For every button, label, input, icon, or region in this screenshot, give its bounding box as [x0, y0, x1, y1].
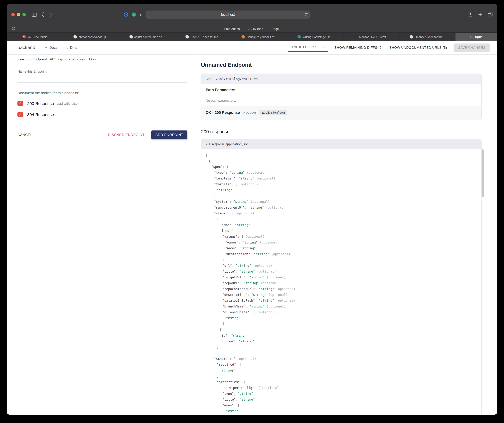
- code-line: "use_viper_config": { (optional): [206, 385, 481, 391]
- show-remaining-diffs-button[interactable]: SHOW REMAINING DIFFS (0): [335, 46, 383, 49]
- form-actions: CANCEL DISCARD ENDPOINT ADD ENDPOINT: [18, 130, 187, 139]
- nav-diffs[interactable]: △ Diffs: [65, 45, 77, 50]
- body-checkbox-row[interactable]: ✓200 Responseapplication/json: [18, 101, 187, 106]
- browser-tab[interactable]: adjust source map de...: [119, 33, 175, 41]
- bookmark-item[interactable]: JSON Blob: [248, 27, 263, 30]
- code-line: "owner": "string" (optional): [206, 240, 481, 246]
- code-line: "destination": "string" (optional): [206, 251, 481, 257]
- browser-tab[interactable]: OpenAPI spec for the...: [175, 33, 231, 41]
- browser-tab[interactable]: ▶YouTube Music: [7, 33, 63, 41]
- add-endpoint-button[interactable]: ADD ENDPOINT: [151, 130, 187, 139]
- browser-tab[interactable]: Writing Backstage Co...: [287, 33, 343, 41]
- minimize-window-button[interactable]: [17, 13, 20, 16]
- bookmark-item[interactable]: Regex: [271, 27, 280, 30]
- new-tab-button[interactable]: [478, 12, 482, 17]
- code-line: "properties": {: [206, 379, 481, 385]
- tab-favicon: [186, 35, 189, 38]
- tab-overview-button[interactable]: [488, 12, 493, 17]
- response-summary-row: OK - 200 Response produces application/j…: [201, 106, 481, 119]
- code-line: }: [206, 327, 481, 333]
- code-line: {: [206, 216, 481, 222]
- browser-tab[interactable]: OpenAPI spec for the...: [400, 33, 456, 41]
- response-heading: 200 response: [201, 129, 481, 135]
- no-path-parameters-text: No path parameters.: [201, 95, 481, 106]
- blocker-extension-icon[interactable]: [124, 12, 128, 17]
- tab-label: Configure your API to...: [246, 35, 277, 38]
- code-line: "targetPath": "string" (optional): [206, 275, 481, 280]
- tab-favicon: [129, 35, 133, 38]
- path-parameters-title: Path Parameters: [201, 84, 481, 95]
- code-line: "title": "string": [206, 397, 481, 403]
- code-line: "type": "string": [206, 391, 481, 397]
- learn-endpoint-form: Name this Endpoint Document the bodies f…: [7, 64, 192, 139]
- close-window-button[interactable]: [11, 13, 15, 16]
- code-line: "enum": [: [206, 403, 481, 408]
- tab-label: OpenAPI spec for the...: [415, 35, 445, 38]
- reload-button[interactable]: [304, 13, 308, 17]
- share-button[interactable]: [468, 12, 473, 17]
- zoom-window-button[interactable]: [23, 13, 26, 16]
- app-title[interactable]: backend: [18, 45, 35, 50]
- browser-tab[interactable]: Configure your API to...: [231, 33, 287, 41]
- cancel-button[interactable]: CANCEL: [18, 133, 32, 137]
- code-line: "templater": "string" (optional): [206, 176, 481, 182]
- browser-tab[interactable]: ahmadnassri/node-gl...: [63, 33, 119, 41]
- browser-tab[interactable]: Monitor Live APIs wit...: [343, 33, 400, 41]
- optic-favicon: B.: [470, 35, 473, 38]
- tab-label: adjust source map de...: [134, 35, 165, 38]
- tab-groups-button[interactable]: [12, 27, 16, 30]
- show-undocumented-urls-button[interactable]: SHOW UNDOCUMENTED URLS (5): [389, 46, 447, 49]
- code-line: ]: [206, 321, 481, 327]
- response-body-content-type: application/json: [57, 101, 79, 106]
- endpoint-docs-panel: Unnamed Endpoint GET /api/catalog/entiti…: [192, 55, 497, 415]
- code-line: "system": "string" (optional): [206, 199, 481, 205]
- code-line: "repoContentsUrl": "string" (optional): [206, 286, 481, 292]
- document-bodies-label: Document the bodies for this endpoint:: [18, 91, 187, 95]
- grammarly-extension-icon[interactable]: G: [132, 12, 136, 17]
- code-line: "string": [206, 187, 481, 193]
- tab-favicon: [297, 35, 301, 38]
- optic-app: backend ≡ Docs △ Diffs 0/0 DIFFS HANDLED…: [7, 41, 497, 415]
- code-line: "description": "string" (optional): [206, 292, 481, 298]
- address-text: localhost: [221, 13, 235, 17]
- diffs-handled-tab[interactable]: 0/0 DIFFS HANDLED: [288, 43, 328, 52]
- code-line: "required": [: [206, 362, 481, 368]
- plus-icon: [478, 12, 482, 17]
- tab-label: Monitor Live APIs wit...: [359, 35, 388, 38]
- address-bar[interactable]: localhost: [145, 10, 311, 19]
- bookmark-item[interactable]: Time Zones: [224, 27, 240, 30]
- app-header-actions: 0/0 DIFFS HANDLED SHOW REMAINING DIFFS (…: [288, 43, 497, 52]
- tabs-icon: [488, 12, 493, 17]
- code-line: "type": "string" (optional): [206, 170, 481, 176]
- learning-endpoint-path: GET /api/catalog/entities: [50, 58, 96, 61]
- checkbox-checked-icon[interactable]: ✓: [18, 101, 23, 106]
- tab-label: ahmadnassri/node-gl...: [78, 35, 108, 38]
- name-endpoint-label: Name this Endpoint: [18, 70, 187, 73]
- code-line: "input": {: [206, 228, 481, 234]
- nav-docs[interactable]: ≡ Docs: [45, 45, 58, 50]
- save-changes-button[interactable]: SAVE CHANGES: [454, 43, 490, 52]
- scrollbar-thumb[interactable]: [482, 149, 484, 197]
- body-checkbox-list: ✓200 Responseapplication/json✓304 Respon…: [18, 101, 187, 117]
- code-line: "allowedHosts": [ (optional): [206, 309, 481, 315]
- code-line: "string": [206, 408, 481, 414]
- tab-favicon: [354, 35, 357, 38]
- body-checkbox-row[interactable]: ✓304 Response: [18, 112, 187, 117]
- checkbox-checked-icon[interactable]: ✓: [18, 112, 23, 117]
- back-button[interactable]: [39, 11, 47, 18]
- code-line: "schema": { (optional): [206, 356, 481, 362]
- response-body-card: 200 response application/json [{"spec": …: [201, 139, 481, 415]
- app-nav: ≡ Docs △ Diffs: [45, 45, 77, 50]
- name-endpoint-input[interactable]: [18, 77, 187, 83]
- share-icon: [468, 12, 473, 17]
- darkmode-extension-icon[interactable]: ◐: [140, 13, 142, 17]
- code-line: "branchName": "string" (optional): [206, 304, 481, 309]
- sidebar-toggle-button[interactable]: [30, 11, 39, 18]
- code-line: "title": "string" (optional): [206, 269, 481, 275]
- forward-button[interactable]: [47, 11, 55, 18]
- response-body-label: 304 Response: [27, 112, 54, 117]
- tab-label: Writing Backstage Co...: [302, 35, 333, 38]
- tab-optic-active[interactable]: B.Optic: [456, 33, 497, 41]
- content-type-chip: application/json: [260, 110, 287, 115]
- discard-endpoint-button[interactable]: DISCARD ENDPOINT: [108, 133, 144, 137]
